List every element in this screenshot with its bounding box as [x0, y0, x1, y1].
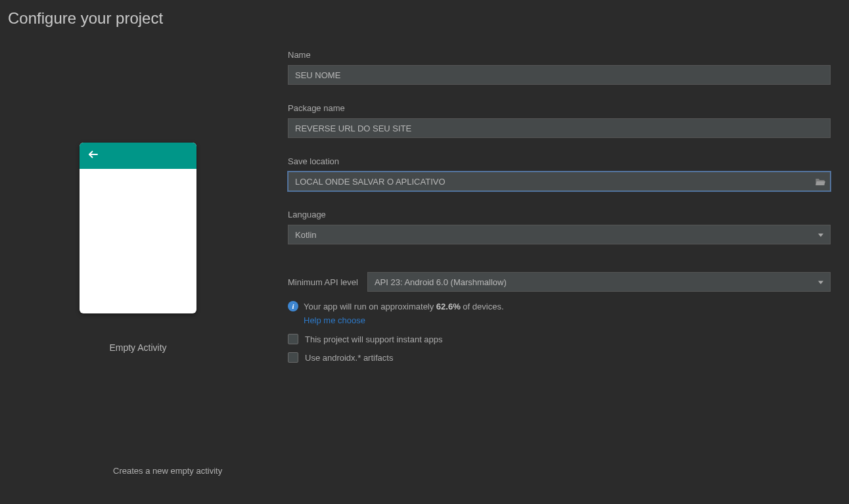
language-value: Kotlin	[295, 230, 317, 240]
info-icon: i	[288, 301, 298, 311]
name-input[interactable]	[288, 65, 831, 85]
package-name-label: Package name	[288, 103, 831, 113]
form-panel: Name Package name Save location Language	[276, 28, 849, 499]
save-location-group: Save location	[288, 156, 831, 191]
save-location-label: Save location	[288, 156, 831, 166]
template-description: Creates a new empty activity	[0, 466, 222, 476]
page-title: Configure your project	[0, 0, 849, 28]
min-api-group: Minimum API level API 23: Android 6.0 (M…	[288, 272, 831, 363]
name-label: Name	[288, 50, 831, 60]
chevron-down-icon	[818, 277, 823, 287]
language-select[interactable]: Kotlin	[288, 225, 831, 244]
min-api-label: Minimum API level	[288, 277, 358, 287]
main-content: Empty Activity Creates a new empty activ…	[0, 28, 849, 499]
androidx-checkbox[interactable]	[288, 352, 298, 363]
instant-apps-checkbox[interactable]	[288, 334, 298, 344]
language-label: Language	[288, 210, 831, 219]
min-api-value: API 23: Android 6.0 (Marshmallow)	[375, 277, 507, 287]
language-group: Language Kotlin	[288, 210, 831, 244]
back-arrow-icon	[87, 149, 99, 163]
package-name-group: Package name	[288, 103, 831, 138]
api-info-text: Your app will run on approximately 62.6%…	[304, 302, 504, 311]
chevron-down-icon	[818, 230, 823, 240]
phone-appbar	[80, 143, 196, 169]
name-group: Name	[288, 50, 831, 85]
help-me-choose-link[interactable]: Help me choose	[304, 315, 365, 325]
instant-apps-row: This project will support instant apps	[288, 334, 831, 344]
api-info-row: i Your app will run on approximately 62.…	[288, 301, 831, 311]
template-preview-panel: Empty Activity Creates a new empty activ…	[0, 28, 276, 499]
androidx-label: Use androidx.* artifacts	[305, 353, 393, 363]
phone-preview	[80, 143, 196, 313]
androidx-row: Use androidx.* artifacts	[288, 352, 831, 363]
package-name-input[interactable]	[288, 118, 831, 138]
instant-apps-label: This project will support instant apps	[305, 334, 443, 344]
template-name-label: Empty Activity	[109, 342, 166, 353]
save-location-input[interactable]	[288, 172, 831, 191]
folder-browse-icon[interactable]	[815, 177, 825, 186]
save-location-wrapper	[288, 172, 831, 191]
min-api-select[interactable]: API 23: Android 6.0 (Marshmallow)	[367, 272, 831, 292]
